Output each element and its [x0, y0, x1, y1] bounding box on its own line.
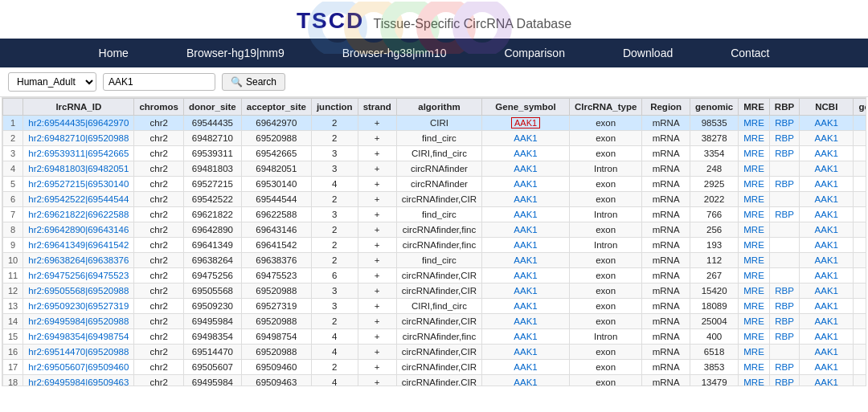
- cell-circrna-id[interactable]: hr2:69505607|69509460: [23, 360, 134, 375]
- cell-mre[interactable]: MRE: [739, 375, 770, 387]
- cell-ncbi[interactable]: AAK1: [800, 345, 854, 360]
- cell-rbp[interactable]: [769, 253, 799, 268]
- cell-genecards[interactable]: AAK1: [854, 207, 866, 222]
- cell-gene-symbol[interactable]: AAK1: [482, 299, 570, 314]
- cell-gene-symbol[interactable]: AAK1: [482, 375, 570, 387]
- cell-genecards[interactable]: AAK1: [854, 116, 866, 131]
- cell-ncbi[interactable]: AAK1: [800, 284, 854, 299]
- cell-rbp[interactable]: [769, 222, 799, 238]
- cell-ncbi[interactable]: AAK1: [800, 192, 854, 207]
- cell-rbp[interactable]: [769, 345, 799, 360]
- cell-genecards[interactable]: AAK1: [854, 177, 866, 192]
- cell-genecards[interactable]: AAK1: [854, 192, 866, 207]
- cell-gene-symbol[interactable]: AAK1: [482, 131, 570, 146]
- cell-gene-symbol[interactable]: AAK1: [482, 177, 570, 192]
- cell-genecards[interactable]: AAK1: [854, 360, 866, 375]
- cell-gene-symbol[interactable]: AAK1: [482, 192, 570, 207]
- cell-mre[interactable]: MRE: [739, 238, 770, 253]
- cell-rbp[interactable]: RBP: [769, 177, 799, 192]
- cell-circrna-id[interactable]: hr2:69482710|69520988: [23, 131, 134, 146]
- cell-circrna-id[interactable]: hr2:69544435|69642970: [23, 116, 134, 131]
- cell-rbp[interactable]: RBP: [769, 116, 799, 131]
- cell-gene-symbol[interactable]: AAK1: [482, 329, 570, 345]
- nav-home[interactable]: Home: [70, 39, 158, 67]
- cell-genecards[interactable]: AAK1: [854, 222, 866, 238]
- cell-mre[interactable]: MRE: [739, 192, 770, 207]
- cell-ncbi[interactable]: AAK1: [800, 329, 854, 345]
- nav-browser-hg19[interactable]: Browser-hg19|mm9: [158, 39, 313, 67]
- cell-genecards[interactable]: AAK1: [854, 268, 866, 284]
- cell-mre[interactable]: MRE: [739, 360, 770, 375]
- cell-rbp[interactable]: RBP: [769, 284, 799, 299]
- cell-rbp[interactable]: RBP: [769, 207, 799, 222]
- cell-gene-symbol[interactable]: AAK1: [482, 268, 570, 284]
- cell-genecards[interactable]: AAK1: [854, 375, 866, 387]
- cell-rbp[interactable]: [769, 268, 799, 284]
- cell-circrna-id[interactable]: hr2:69475256|69475523: [23, 268, 134, 284]
- cell-mre[interactable]: MRE: [739, 222, 770, 238]
- cell-ncbi[interactable]: AAK1: [800, 131, 854, 146]
- cell-mre[interactable]: MRE: [739, 131, 770, 146]
- cell-ncbi[interactable]: AAK1: [800, 116, 854, 131]
- cell-mre[interactable]: MRE: [739, 314, 770, 329]
- cell-genecards[interactable]: AAK1: [854, 161, 866, 177]
- cell-rbp[interactable]: [769, 238, 799, 253]
- cell-gene-symbol[interactable]: AAK1: [482, 161, 570, 177]
- cell-genecards[interactable]: AAK1: [854, 329, 866, 345]
- species-dropdown[interactable]: Human_Adult Human_Fetal Mouse_Adult: [8, 72, 96, 92]
- nav-contact[interactable]: Contact: [702, 39, 798, 67]
- search-input[interactable]: [103, 73, 215, 91]
- cell-rbp[interactable]: [769, 192, 799, 207]
- cell-circrna-id[interactable]: hr2:69514470|69520988: [23, 345, 134, 360]
- cell-mre[interactable]: MRE: [739, 161, 770, 177]
- cell-gene-symbol[interactable]: AAK1: [482, 284, 570, 299]
- cell-genecards[interactable]: AAK1: [854, 299, 866, 314]
- cell-mre[interactable]: MRE: [739, 284, 770, 299]
- cell-rbp[interactable]: RBP: [769, 131, 799, 146]
- cell-rbp[interactable]: RBP: [769, 375, 799, 387]
- cell-rbp[interactable]: RBP: [769, 329, 799, 345]
- search-button[interactable]: 🔍 Search: [222, 73, 285, 91]
- cell-rbp[interactable]: RBP: [769, 146, 799, 161]
- cell-mre[interactable]: MRE: [739, 207, 770, 222]
- cell-genecards[interactable]: AAK1: [854, 314, 866, 329]
- cell-circrna-id[interactable]: hr2:69509230|69527319: [23, 299, 134, 314]
- cell-gene-symbol[interactable]: AAK1: [482, 116, 570, 131]
- cell-gene-symbol[interactable]: AAK1: [482, 207, 570, 222]
- cell-mre[interactable]: MRE: [739, 253, 770, 268]
- cell-circrna-id[interactable]: hr2:69621822|69622588: [23, 207, 134, 222]
- cell-gene-symbol[interactable]: AAK1: [482, 253, 570, 268]
- cell-ncbi[interactable]: AAK1: [800, 222, 854, 238]
- cell-circrna-id[interactable]: hr2:69642890|69643146: [23, 222, 134, 238]
- cell-ncbi[interactable]: AAK1: [800, 253, 854, 268]
- cell-ncbi[interactable]: AAK1: [800, 314, 854, 329]
- cell-genecards[interactable]: AAK1: [854, 284, 866, 299]
- cell-genecards[interactable]: AAK1: [854, 253, 866, 268]
- cell-mre[interactable]: MRE: [739, 345, 770, 360]
- nav-download[interactable]: Download: [594, 39, 702, 67]
- cell-gene-symbol[interactable]: AAK1: [482, 222, 570, 238]
- cell-circrna-id[interactable]: hr2:69638264|69638376: [23, 253, 134, 268]
- cell-gene-symbol[interactable]: AAK1: [482, 314, 570, 329]
- cell-gene-symbol[interactable]: AAK1: [482, 360, 570, 375]
- cell-ncbi[interactable]: AAK1: [800, 299, 854, 314]
- cell-mre[interactable]: MRE: [739, 116, 770, 131]
- cell-mre[interactable]: MRE: [739, 177, 770, 192]
- cell-circrna-id[interactable]: hr2:69495984|69520988: [23, 314, 134, 329]
- cell-ncbi[interactable]: AAK1: [800, 161, 854, 177]
- cell-genecards[interactable]: AAK1: [854, 146, 866, 161]
- cell-ncbi[interactable]: AAK1: [800, 146, 854, 161]
- cell-circrna-id[interactable]: hr2:69641349|69641542: [23, 238, 134, 253]
- cell-circrna-id[interactable]: hr2:69527215|69530140: [23, 177, 134, 192]
- cell-genecards[interactable]: AAK1: [854, 345, 866, 360]
- cell-genecards[interactable]: AAK1: [854, 238, 866, 253]
- cell-circrna-id[interactable]: hr2:69495984|69509463: [23, 375, 134, 387]
- cell-rbp[interactable]: [769, 161, 799, 177]
- cell-genecards[interactable]: AAK1: [854, 131, 866, 146]
- cell-circrna-id[interactable]: hr2:69505568|69520988: [23, 284, 134, 299]
- cell-rbp[interactable]: RBP: [769, 314, 799, 329]
- cell-rbp[interactable]: RBP: [769, 299, 799, 314]
- nav-browser-hg38[interactable]: Browser-hg38|mm10: [313, 39, 476, 67]
- cell-ncbi[interactable]: AAK1: [800, 238, 854, 253]
- cell-circrna-id[interactable]: hr2:69498354|69498754: [23, 329, 134, 345]
